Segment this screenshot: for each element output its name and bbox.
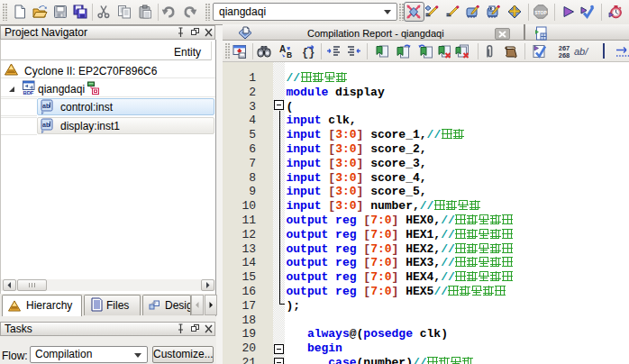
svg-text:{}: {} [302, 47, 314, 59]
svg-text:ab: ab [42, 122, 50, 128]
svg-text:A: A [279, 44, 286, 54]
svg-text:B: B [287, 50, 292, 59]
svg-text:ab: ab [42, 103, 50, 109]
svg-text:STOP: STOP [534, 10, 547, 15]
svg-text:BDF: BDF [23, 90, 34, 96]
